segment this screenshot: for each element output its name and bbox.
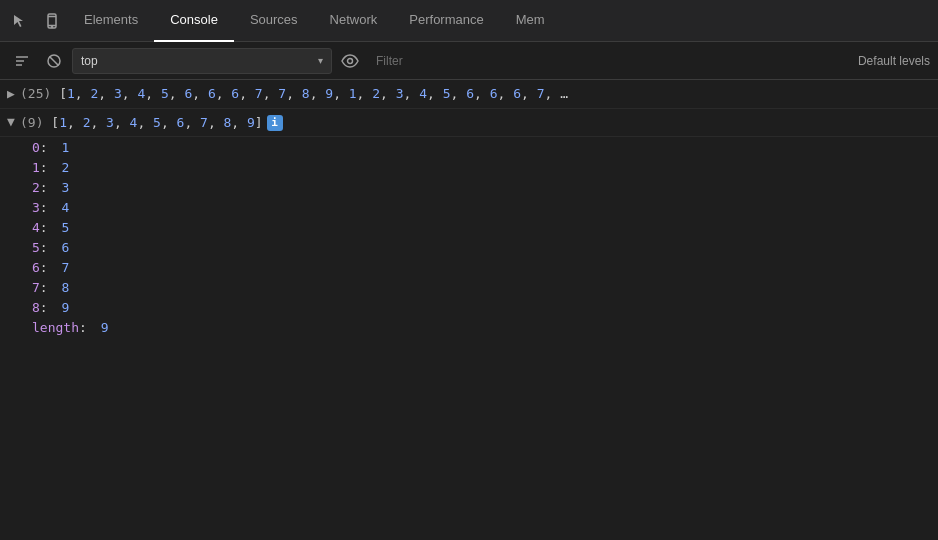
- row-content-1: (25) [1, 2, 3, 4, 5, 6, 6, 6, 7, 7, 8, 9…: [20, 84, 930, 104]
- tab-memory[interactable]: Mem: [500, 0, 561, 42]
- tab-network[interactable]: Network: [314, 0, 394, 42]
- array-item-length: length: 9: [0, 317, 938, 337]
- array-item-0: 0: 1: [0, 137, 938, 157]
- console-content: ▶ (25) [1, 2, 3, 4, 5, 6, 6, 6, 7, 7, 8,…: [0, 80, 938, 540]
- info-badge[interactable]: i: [267, 115, 283, 131]
- array-item-6: 6: 7: [0, 257, 938, 277]
- array-item-7: 7: 8: [0, 277, 938, 297]
- clear-console-button[interactable]: [8, 47, 36, 75]
- row-content-2: (9) [1, 2, 3, 4, 5, 6, 7, 8, 9]i: [20, 113, 930, 133]
- tab-performance[interactable]: Performance: [393, 0, 499, 42]
- array-item-4: 4: 5: [0, 217, 938, 237]
- array-count-2: (9): [20, 115, 51, 130]
- cursor-icon[interactable]: [4, 5, 36, 37]
- expand-toggle-2[interactable]: ▼: [4, 115, 18, 129]
- svg-point-6: [348, 58, 353, 63]
- context-selector[interactable]: top ▾: [72, 48, 332, 74]
- array-count-1: (25): [20, 86, 59, 101]
- tab-console[interactable]: Console: [154, 0, 234, 42]
- svg-point-3: [52, 26, 53, 27]
- console-toolbar: top ▾ Default levels: [0, 42, 938, 80]
- array-item-2: 2: 3: [0, 177, 938, 197]
- array-items-container: 0: 1 1: 2 2: 3 3: 4 4: 5 5: 6 6: 7 7: 8 …: [0, 137, 938, 337]
- array-item-3: 3: 4: [0, 197, 938, 217]
- default-levels-button[interactable]: Default levels: [858, 54, 930, 68]
- context-value: top: [81, 54, 98, 68]
- expand-toggle-1[interactable]: ▶: [4, 86, 18, 100]
- array-item-1: 1: 2: [0, 157, 938, 177]
- eye-button[interactable]: [336, 47, 364, 75]
- tab-sources[interactable]: Sources: [234, 0, 314, 42]
- svg-line-5: [50, 56, 59, 65]
- console-row-expanded: ▼ (9) [1, 2, 3, 4, 5, 6, 7, 8, 9]i: [0, 109, 938, 138]
- block-icon[interactable]: [40, 47, 68, 75]
- tab-bar: Elements Console Sources Network Perform…: [0, 0, 938, 42]
- mobile-icon[interactable]: [36, 5, 68, 37]
- array-item-5: 5: 6: [0, 237, 938, 257]
- tab-elements[interactable]: Elements: [68, 0, 154, 42]
- context-dropdown-arrow: ▾: [318, 55, 323, 66]
- array-item-8: 8: 9: [0, 297, 938, 317]
- filter-input[interactable]: [368, 48, 854, 74]
- console-row-collapsed: ▶ (25) [1, 2, 3, 4, 5, 6, 6, 6, 7, 7, 8,…: [0, 80, 938, 109]
